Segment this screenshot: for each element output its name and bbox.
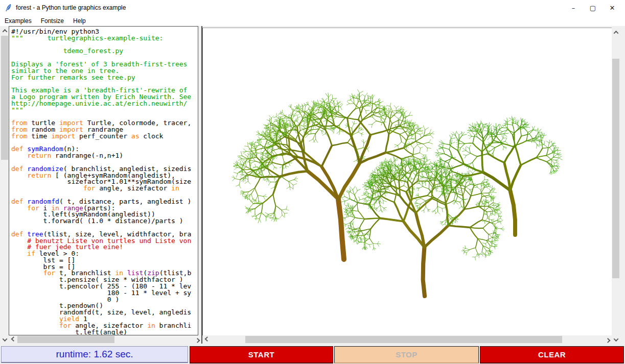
canvas-hscrollbar[interactable] [203,335,612,344]
chevron-down-icon [613,336,618,342]
chevron-left-icon [204,336,210,342]
chevron-down-icon [2,336,7,342]
status-bar: runtime: 1.62 sec. START STOP CLEAR [0,345,625,364]
chevron-right-icon [605,337,610,343]
window-controls: – ▢ ✕ [564,0,622,16]
menu-item-examples[interactable]: Examples [0,16,36,26]
scroll-right-arrow[interactable] [604,335,612,344]
stop-button[interactable]: STOP [334,346,479,363]
clear-button[interactable]: CLEAR [480,346,624,363]
scroll-down-arrow[interactable] [612,335,620,344]
code-vscroll-thumb[interactable] [1,36,8,160]
runtime-label: runtime: 1.62 sec. [1,346,188,363]
app-window: forest - a Python turtle graphics exampl… [0,0,625,364]
scroll-left-arrow[interactable] [9,335,17,344]
code-hscroll-thumb[interactable] [17,336,114,343]
chevron-left-icon [11,336,16,342]
titlebar: forest - a Python turtle graphics exampl… [0,0,625,16]
menubar: Examples Fontsize Help [0,16,625,26]
turtle-canvas [203,29,612,335]
canvas-vscroll-thumb[interactable] [612,59,619,278]
minimize-button[interactable]: – [564,0,583,16]
canvas-hscroll-thumb[interactable] [245,336,562,343]
scroll-right-arrow[interactable] [193,335,201,344]
start-button[interactable]: START [190,346,333,363]
code-hscrollbar[interactable] [9,335,201,344]
maximize-button[interactable]: ▢ [583,0,603,16]
feather-icon [5,4,13,12]
scroll-left-arrow[interactable] [203,335,211,344]
scroll-up-arrow[interactable] [1,27,9,35]
close-button[interactable]: ✕ [603,0,622,16]
code-lines: #!/usr/bin/env python3""" turtlegraphics… [11,29,191,335]
menu-item-help[interactable]: Help [68,16,90,26]
scroll-up-arrow[interactable] [612,28,620,36]
canvas-panel [202,28,612,335]
code-vscrollbar[interactable] [1,27,9,344]
window-title: forest - a Python turtle graphics exampl… [16,0,126,16]
scroll-down-arrow[interactable] [1,335,9,344]
chevron-up-icon [2,29,7,34]
code-text[interactable]: #!/usr/bin/env python3""" turtlegraphics… [9,26,198,335]
chevron-right-icon [195,337,200,343]
canvas-vscrollbar[interactable] [612,28,620,344]
chevron-up-icon [613,30,618,35]
menu-item-fontsize[interactable]: Fontsize [36,16,68,26]
